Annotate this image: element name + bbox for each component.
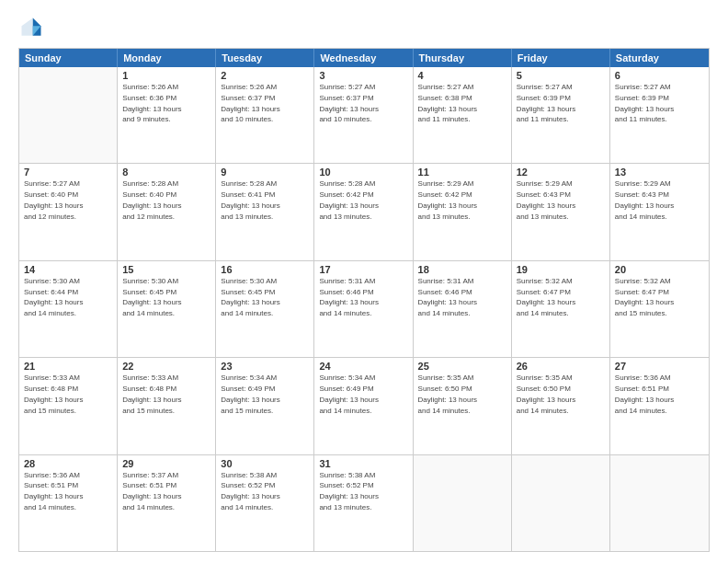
day-number: 24 [319,361,407,372]
day-cell-18: 18Sunrise: 5:31 AM Sunset: 6:46 PM Dayli… [414,261,512,357]
day-info: Sunrise: 5:29 AM Sunset: 6:43 PM Dayligh… [615,179,674,220]
day-cell-8: 8Sunrise: 5:28 AM Sunset: 6:40 PM Daylig… [118,164,216,259]
day-cell-10: 10Sunrise: 5:28 AM Sunset: 6:42 PM Dayli… [314,164,413,259]
day-info: Sunrise: 5:30 AM Sunset: 6:45 PM Dayligh… [221,277,279,317]
day-cell-23: 23Sunrise: 5:34 AM Sunset: 6:49 PM Dayli… [216,358,314,454]
day-number: 19 [517,264,605,275]
day-cell-30: 30Sunrise: 5:38 AM Sunset: 6:52 PM Dayli… [216,455,314,551]
empty-cell [414,455,512,551]
day-number: 12 [517,167,605,178]
day-header-monday: Monday [118,49,216,67]
day-number: 2 [221,70,309,81]
day-cell-26: 26Sunrise: 5:35 AM Sunset: 6:50 PM Dayli… [512,358,610,454]
day-header-saturday: Saturday [610,49,709,67]
day-cell-5: 5Sunrise: 5:27 AM Sunset: 6:39 PM Daylig… [512,67,610,163]
day-number: 11 [418,167,506,178]
logo [18,15,48,40]
day-info: Sunrise: 5:35 AM Sunset: 6:50 PM Dayligh… [517,373,575,414]
day-info: Sunrise: 5:33 AM Sunset: 6:48 PM Dayligh… [122,373,181,414]
day-info: Sunrise: 5:38 AM Sunset: 6:52 PM Dayligh… [319,471,378,511]
day-info: Sunrise: 5:35 AM Sunset: 6:50 PM Dayligh… [418,373,477,414]
day-info: Sunrise: 5:27 AM Sunset: 6:39 PM Dayligh… [517,83,575,123]
day-cell-14: 14Sunrise: 5:30 AM Sunset: 6:44 PM Dayli… [19,261,118,357]
day-info: Sunrise: 5:37 AM Sunset: 6:51 PM Dayligh… [122,471,181,511]
day-number: 10 [319,167,407,178]
svg-marker-2 [22,18,33,36]
day-number: 31 [319,458,407,469]
empty-cell [512,455,610,551]
day-info: Sunrise: 5:27 AM Sunset: 6:39 PM Dayligh… [615,83,674,123]
day-cell-11: 11Sunrise: 5:29 AM Sunset: 6:42 PM Dayli… [414,164,512,259]
day-number: 16 [221,264,309,275]
week-row-4: 21Sunrise: 5:33 AM Sunset: 6:48 PM Dayli… [19,358,709,454]
day-info: Sunrise: 5:34 AM Sunset: 6:49 PM Dayligh… [319,373,378,414]
day-cell-2: 2Sunrise: 5:26 AM Sunset: 6:37 PM Daylig… [216,67,314,163]
day-info: Sunrise: 5:28 AM Sunset: 6:40 PM Dayligh… [122,179,181,220]
day-number: 29 [122,458,210,469]
day-number: 25 [418,361,506,372]
day-number: 17 [319,264,407,275]
logo-icon [18,15,44,40]
day-header-wednesday: Wednesday [314,49,413,67]
empty-cell [610,455,709,551]
day-cell-12: 12Sunrise: 5:29 AM Sunset: 6:43 PM Dayli… [512,164,610,259]
day-cell-16: 16Sunrise: 5:30 AM Sunset: 6:45 PM Dayli… [216,261,314,357]
day-cell-1: 1Sunrise: 5:26 AM Sunset: 6:36 PM Daylig… [118,67,216,163]
day-info: Sunrise: 5:33 AM Sunset: 6:48 PM Dayligh… [24,373,83,414]
calendar: SundayMondayTuesdayWednesdayThursdayFrid… [18,48,710,552]
day-number: 15 [122,264,210,275]
day-header-thursday: Thursday [414,49,512,67]
day-cell-28: 28Sunrise: 5:36 AM Sunset: 6:51 PM Dayli… [19,455,118,551]
day-cell-4: 4Sunrise: 5:27 AM Sunset: 6:38 PM Daylig… [414,67,512,163]
day-info: Sunrise: 5:27 AM Sunset: 6:40 PM Dayligh… [24,179,83,220]
day-cell-17: 17Sunrise: 5:31 AM Sunset: 6:46 PM Dayli… [314,261,413,357]
day-info: Sunrise: 5:26 AM Sunset: 6:37 PM Dayligh… [221,83,279,123]
day-info: Sunrise: 5:30 AM Sunset: 6:45 PM Dayligh… [122,277,181,317]
day-info: Sunrise: 5:32 AM Sunset: 6:47 PM Dayligh… [615,277,674,317]
week-row-5: 28Sunrise: 5:36 AM Sunset: 6:51 PM Dayli… [19,455,709,551]
day-info: Sunrise: 5:29 AM Sunset: 6:42 PM Dayligh… [418,179,477,220]
day-number: 21 [24,361,112,372]
day-cell-29: 29Sunrise: 5:37 AM Sunset: 6:51 PM Dayli… [118,455,216,551]
day-cell-15: 15Sunrise: 5:30 AM Sunset: 6:45 PM Dayli… [118,261,216,357]
day-number: 27 [615,361,704,372]
day-cell-21: 21Sunrise: 5:33 AM Sunset: 6:48 PM Dayli… [19,358,118,454]
day-info: Sunrise: 5:34 AM Sunset: 6:49 PM Dayligh… [221,373,279,414]
day-info: Sunrise: 5:29 AM Sunset: 6:43 PM Dayligh… [517,179,575,220]
page: SundayMondayTuesdayWednesdayThursdayFrid… [0,0,728,563]
day-number: 1 [122,70,210,81]
day-number: 20 [615,264,704,275]
day-number: 9 [221,167,309,178]
empty-cell [19,67,118,163]
day-cell-22: 22Sunrise: 5:33 AM Sunset: 6:48 PM Dayli… [118,358,216,454]
day-number: 6 [615,70,704,81]
day-cell-6: 6Sunrise: 5:27 AM Sunset: 6:39 PM Daylig… [610,67,709,163]
day-header-friday: Friday [512,49,610,67]
day-cell-20: 20Sunrise: 5:32 AM Sunset: 6:47 PM Dayli… [610,261,709,357]
day-info: Sunrise: 5:36 AM Sunset: 6:51 PM Dayligh… [24,471,83,511]
day-cell-9: 9Sunrise: 5:28 AM Sunset: 6:41 PM Daylig… [216,164,314,259]
day-cell-25: 25Sunrise: 5:35 AM Sunset: 6:50 PM Dayli… [414,358,512,454]
calendar-body: 1Sunrise: 5:26 AM Sunset: 6:36 PM Daylig… [19,67,709,551]
day-info: Sunrise: 5:30 AM Sunset: 6:44 PM Dayligh… [24,277,83,317]
day-cell-3: 3Sunrise: 5:27 AM Sunset: 6:37 PM Daylig… [314,67,413,163]
week-row-2: 7Sunrise: 5:27 AM Sunset: 6:40 PM Daylig… [19,164,709,260]
day-number: 28 [24,458,112,469]
day-number: 7 [24,167,112,178]
day-info: Sunrise: 5:27 AM Sunset: 6:37 PM Dayligh… [319,83,378,123]
day-number: 26 [517,361,605,372]
day-info: Sunrise: 5:36 AM Sunset: 6:51 PM Dayligh… [615,373,674,414]
day-number: 5 [517,70,605,81]
week-row-1: 1Sunrise: 5:26 AM Sunset: 6:36 PM Daylig… [19,67,709,164]
day-number: 8 [122,167,210,178]
day-number: 30 [221,458,309,469]
day-cell-19: 19Sunrise: 5:32 AM Sunset: 6:47 PM Dayli… [512,261,610,357]
day-cell-13: 13Sunrise: 5:29 AM Sunset: 6:43 PM Dayli… [610,164,709,259]
calendar-header: SundayMondayTuesdayWednesdayThursdayFrid… [19,49,709,67]
day-info: Sunrise: 5:27 AM Sunset: 6:38 PM Dayligh… [418,83,477,123]
day-number: 14 [24,264,112,275]
day-info: Sunrise: 5:38 AM Sunset: 6:52 PM Dayligh… [221,471,279,511]
day-number: 18 [418,264,506,275]
day-info: Sunrise: 5:28 AM Sunset: 6:41 PM Dayligh… [221,179,279,220]
day-cell-27: 27Sunrise: 5:36 AM Sunset: 6:51 PM Dayli… [610,358,709,454]
